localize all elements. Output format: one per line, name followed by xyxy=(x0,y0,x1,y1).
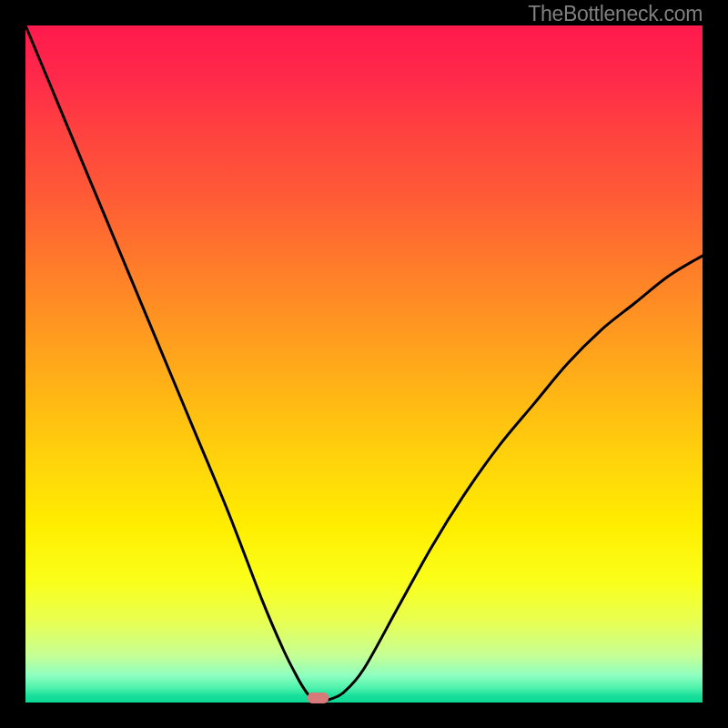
plot-background-gradient xyxy=(25,25,703,703)
chart-container: TheBottleneck.com xyxy=(0,0,728,728)
optimal-point-marker xyxy=(308,693,329,703)
watermark-text: TheBottleneck.com xyxy=(528,2,703,26)
